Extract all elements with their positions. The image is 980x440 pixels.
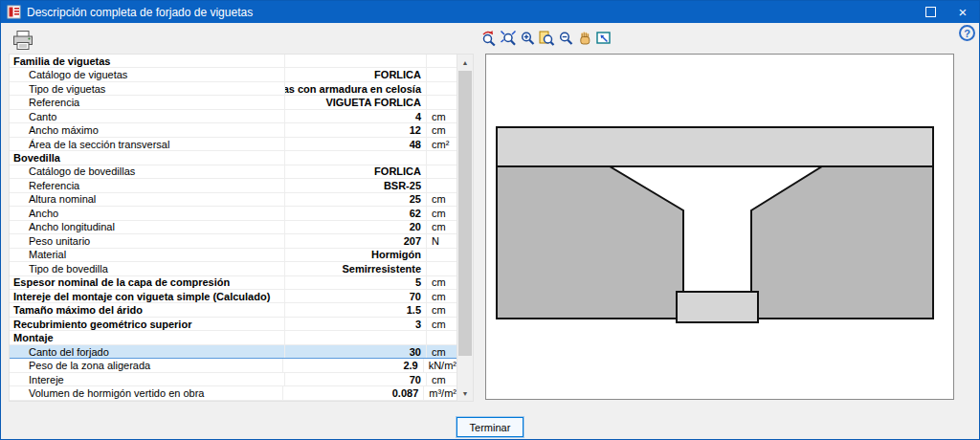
table-row[interactable]: Ancho longitudinal20cm	[10, 221, 457, 234]
row-value: 1.5	[284, 303, 426, 316]
zoom-in-icon[interactable]	[519, 30, 536, 47]
row-value: Semirresistente	[284, 262, 426, 275]
table-row[interactable]: Bovedilla	[10, 151, 457, 165]
row-unit: cm²	[426, 138, 457, 150]
row-value: 20	[284, 221, 426, 233]
zoom-out-icon[interactable]	[557, 30, 574, 47]
property-rows: Familia de viguetas Catálogo de viguetas…	[10, 55, 457, 401]
table-row[interactable]: Intereje70cm	[10, 373, 457, 386]
row-unit: m³/m²	[423, 386, 457, 399]
table-row[interactable]: Tipo de bovedillaSemirresistente	[10, 262, 457, 275]
row-unit: cm	[426, 373, 457, 385]
dialog-window: Descripción completa de forjado de vigue…	[0, 0, 980, 440]
row-unit: cm	[426, 193, 457, 206]
table-row[interactable]: Familia de viguetas	[10, 55, 457, 68]
table-row[interactable]: Volumen de hormigón vertido en obra0.087…	[10, 386, 457, 400]
row-unit	[426, 249, 457, 261]
table-row[interactable]: MaterialHormigón	[10, 249, 457, 262]
row-value: BSR-25	[284, 179, 426, 191]
table-row-selected[interactable]: Canto del forjado30cm	[10, 345, 457, 359]
row-value: 2.9	[282, 359, 423, 371]
table-row[interactable]: Catálogo de bovedillasFORLICA	[10, 165, 457, 179]
row-label: Ancho máximo	[10, 123, 284, 136]
vertical-scrollbar[interactable]: ▲ ▼	[457, 55, 473, 401]
zoom-sheet-icon[interactable]	[538, 30, 555, 47]
section-drawing-canvas[interactable]	[485, 54, 954, 400]
table-row[interactable]: Peso de la zona aligerada2.9kN/m²	[10, 359, 457, 372]
row-value: 70	[284, 373, 426, 385]
table-row[interactable]: ReferenciaVIGUETA FORLICA	[10, 96, 457, 109]
row-label: Peso de la zona aligerada	[10, 359, 282, 371]
table-row[interactable]: Recubrimiento geométrico superior3cm	[10, 318, 457, 331]
window-title: Descripción completa de forjado de vigue…	[27, 6, 914, 19]
row-unit: cm	[426, 290, 457, 302]
row-label: Ancho longitudinal	[10, 221, 284, 233]
table-row[interactable]: Canto4cm	[10, 110, 457, 123]
row-label: Catálogo de viguetas	[10, 68, 284, 80]
row-label: Referencia	[10, 179, 284, 191]
row-value: 70	[284, 290, 426, 302]
scroll-up-button[interactable]: ▲	[457, 55, 473, 70]
row-value: Viguetas con armadura en celosía	[284, 82, 426, 95]
row-unit	[426, 55, 457, 67]
table-row[interactable]: Catálogo de viguetasFORLICA	[10, 68, 457, 81]
scroll-down-icon: ▼	[462, 390, 469, 397]
row-unit: cm	[426, 303, 457, 316]
close-icon: ×	[959, 5, 968, 19]
pan-icon[interactable]	[576, 30, 593, 47]
viewer-toolbar	[480, 30, 612, 47]
scroll-up-icon: ▲	[462, 59, 469, 66]
row-unit	[426, 179, 457, 191]
maximize-icon	[925, 7, 936, 17]
dialog-content: ?	[1, 23, 979, 439]
zoom-extents-icon[interactable]	[500, 30, 517, 47]
table-row[interactable]: Espesor nominal de la capa de compresión…	[10, 276, 457, 290]
table-row[interactable]: Área de la sección transversal48cm²	[10, 138, 457, 151]
terminar-label: Terminar	[470, 422, 511, 433]
row-value: 3	[284, 318, 426, 330]
maximize-button[interactable]	[914, 1, 947, 23]
row-unit	[426, 165, 457, 178]
row-label: Altura nominal	[10, 193, 284, 206]
row-unit: cm	[426, 207, 457, 219]
row-unit: cm	[426, 221, 457, 233]
table-row[interactable]: Montaje	[10, 331, 457, 344]
zoom-back-icon[interactable]	[480, 30, 498, 47]
row-unit: cm	[426, 345, 457, 358]
table-row[interactable]: Intereje del montaje con vigueta simple …	[10, 290, 457, 303]
row-value	[284, 55, 426, 67]
close-button[interactable]: ×	[947, 1, 979, 23]
row-unit	[426, 331, 457, 343]
table-row[interactable]: Tamaño máximo del árido1.5cm	[10, 303, 457, 317]
row-label: Material	[10, 249, 284, 261]
row-unit: cm	[426, 318, 457, 330]
table-row[interactable]: Ancho62cm	[10, 207, 457, 220]
table-row[interactable]: Ancho máximo12cm	[10, 123, 457, 137]
table-row[interactable]: ReferenciaBSR-25	[10, 179, 457, 192]
row-label: Ancho	[10, 207, 284, 219]
row-label: Recubrimiento geométrico superior	[10, 318, 284, 330]
row-unit	[426, 96, 457, 108]
row-value	[284, 331, 426, 343]
printer-icon	[11, 30, 34, 52]
row-unit: kN/m²	[423, 359, 457, 371]
row-unit: cm	[426, 276, 457, 289]
row-label: Peso unitario	[10, 234, 284, 247]
row-label: Canto del forjado	[10, 345, 284, 358]
help-button[interactable]: ?	[959, 25, 975, 41]
table-row[interactable]: Altura nominal25cm	[10, 193, 457, 207]
table-row[interactable]: Peso unitario207N	[10, 234, 457, 248]
row-label: Montaje	[10, 331, 284, 343]
scrollbar-thumb[interactable]	[458, 71, 472, 356]
title-bar[interactable]: Descripción completa de forjado de vigue…	[1, 1, 979, 23]
row-value: 30	[284, 345, 426, 358]
scroll-down-button[interactable]: ▼	[457, 385, 473, 401]
row-label: Canto	[10, 110, 284, 122]
table-row[interactable]: Tipo de viguetasViguetas con armadura en…	[10, 82, 457, 96]
fit-view-icon[interactable]	[595, 30, 612, 47]
row-value: Hormigón	[284, 249, 426, 261]
terminar-button[interactable]: Terminar	[457, 417, 523, 437]
print-button[interactable]	[11, 30, 36, 53]
row-label: Tipo de bovedilla	[10, 262, 284, 275]
row-value: 48	[284, 138, 426, 150]
